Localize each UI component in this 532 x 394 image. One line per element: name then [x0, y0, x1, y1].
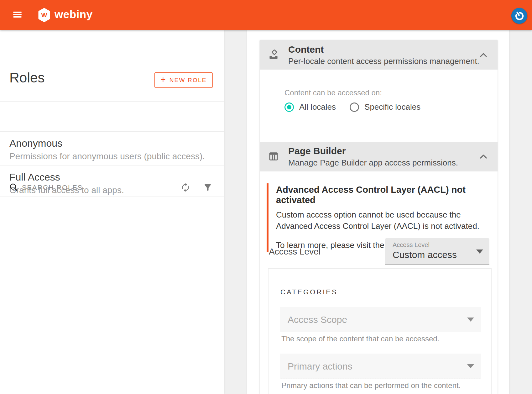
chevron-up-icon[interactable] [480, 53, 487, 57]
select-floating-label: Access Level [393, 241, 430, 249]
dropdown-arrow-icon [467, 318, 474, 322]
role-title: Anonymous [9, 138, 62, 149]
role-title: Full Access [9, 171, 60, 183]
dropdown-arrow-icon [476, 250, 483, 254]
content-section-body: Content can be accessed on: All locales … [260, 70, 498, 142]
dropdown-arrow-icon [467, 364, 474, 368]
role-description: Grants full access to all apps. [9, 185, 124, 195]
page-title: Roles [9, 70, 45, 86]
access-level-row: Access Level Access Level Custom access [260, 238, 498, 265]
select-placeholder: Primary actions [288, 361, 352, 372]
field-helper-text: The scope of the content that can be acc… [281, 334, 439, 343]
divider [0, 197, 224, 197]
access-level-select[interactable]: Access Level Custom access [385, 238, 489, 265]
primary-actions-select[interactable]: Primary actions [280, 354, 481, 379]
radio-specific-locales[interactable] [350, 102, 359, 112]
categories-heading: CATEGORIES [280, 288, 338, 296]
webiny-logo-icon[interactable]: W [38, 8, 50, 22]
page-builder-section-header[interactable]: Page Builder Manage Page Builder app acc… [260, 142, 498, 171]
section-subtitle: Per-locale content access permissions ma… [288, 56, 479, 66]
radio-label[interactable]: All locales [299, 102, 336, 112]
new-role-button[interactable]: + NEW ROLE [154, 72, 213, 88]
accessed-on-label: Content can be accessed on: [284, 88, 382, 97]
ballot-icon [268, 49, 279, 61]
permissions-accordion-card: Content Per-locale content access permis… [260, 40, 498, 394]
select-value: Custom access [393, 250, 457, 260]
access-level-label: Access Level [269, 247, 321, 257]
logo-letter: W [41, 12, 47, 18]
power-icon [514, 11, 525, 21]
locales-radio-group: All locales Specific locales [284, 102, 420, 112]
role-list-item-full-access[interactable]: Full Access Grants full access to all ap… [0, 165, 224, 197]
section-subtitle: Manage Page Builder app access permissio… [288, 158, 458, 168]
categories-card: CATEGORIES Access Scope The scope of the… [268, 268, 492, 394]
section-title: Content [288, 44, 324, 55]
user-avatar[interactable] [511, 8, 527, 24]
brand-wordmark: webiny [55, 8, 93, 21]
app-bar: W webiny [0, 0, 532, 30]
roles-list-panel: Roles + NEW ROLE SEARCH ROLES Anonymous … [0, 30, 224, 394]
radio-all-locales[interactable] [284, 102, 294, 112]
menu-hamburger-icon[interactable] [13, 12, 22, 18]
table-chart-icon [268, 151, 279, 163]
content-section-header[interactable]: Content Per-locale content access permis… [260, 40, 498, 70]
search-roles-input[interactable]: SEARCH ROLES [0, 101, 224, 131]
radio-label[interactable]: Specific locales [364, 102, 420, 112]
field-helper-text: Primary actions that can be performed on… [281, 381, 461, 390]
section-title: Page Builder [288, 146, 346, 156]
warning-title: Advanced Access Control Layer (AACL) not… [276, 185, 488, 205]
role-description: Permissions for anonymous users (public … [9, 151, 205, 161]
select-placeholder: Access Scope [288, 314, 347, 325]
chevron-up-icon[interactable] [480, 155, 487, 159]
role-list-item-anonymous[interactable]: Anonymous Permissions for anonymous user… [0, 131, 224, 165]
warning-body: Custom access option cannot be used beca… [276, 209, 483, 232]
plus-icon: + [160, 75, 165, 84]
access-scope-select[interactable]: Access Scope [280, 307, 481, 332]
